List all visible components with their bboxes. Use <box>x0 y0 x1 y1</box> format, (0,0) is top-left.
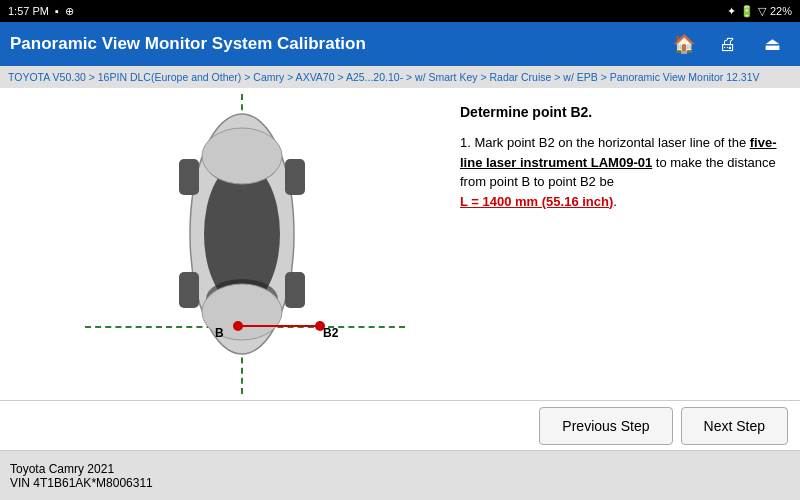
status-bar: 1:57 PM ▪ ⊕ ✦ 🔋 ▽ 22% <box>0 0 800 22</box>
battery-icon: 🔋 <box>740 5 754 18</box>
measurement-label: L = 1400 mm (55.16 inch) <box>460 194 613 209</box>
time: 1:57 PM <box>8 5 49 17</box>
bluetooth-icon: ✦ <box>727 5 736 18</box>
svg-point-5 <box>202 284 282 340</box>
svg-rect-9 <box>285 272 305 308</box>
signal-icon: ▽ <box>758 5 766 18</box>
car-diagram-area: A <box>0 88 450 400</box>
header-icons: 🏠 🖨 ⏏ <box>666 26 790 62</box>
header: Panoramic View Monitor System Calibratio… <box>0 22 800 66</box>
point-b2-label: B2 <box>323 326 338 340</box>
instruction-suffix: . <box>613 194 617 209</box>
exit-button[interactable]: ⏏ <box>754 26 790 62</box>
instructions-panel: Determine point B2. 1. Mark point B2 on … <box>450 88 800 400</box>
instruction-prefix: 1. Mark point B2 on the horizontal laser… <box>460 135 750 150</box>
vehicle-vin: VIN 4T1B61AK*M8006311 <box>10 476 790 490</box>
page-title: Panoramic View Monitor System Calibratio… <box>10 34 366 54</box>
status-left: 1:57 PM ▪ ⊕ <box>8 5 74 18</box>
point-b-label: B <box>215 326 224 340</box>
screen-icon: ▪ <box>55 5 59 17</box>
svg-rect-6 <box>179 159 199 195</box>
previous-step-button[interactable]: Previous Step <box>539 407 672 445</box>
vehicle-name: Toyota Camry 2021 <box>10 462 790 476</box>
breadcrumb-text: TOYOTA V50.30 > 16PIN DLC(Europe and Oth… <box>8 71 760 83</box>
instruction-title: Determine point B2. <box>460 102 786 123</box>
next-step-button[interactable]: Next Step <box>681 407 788 445</box>
svg-rect-8 <box>179 272 199 308</box>
b-to-b2-line <box>238 325 320 327</box>
footer: Toyota Camry 2021 VIN 4T1B61AK*M8006311 <box>0 450 800 500</box>
status-right: ✦ 🔋 ▽ 22% <box>727 5 792 18</box>
svg-rect-7 <box>285 159 305 195</box>
svg-point-4 <box>202 128 282 184</box>
car-diagram: A <box>145 94 345 394</box>
battery-percent: 22% <box>770 5 792 17</box>
breadcrumb: TOYOTA V50.30 > 16PIN DLC(Europe and Oth… <box>0 66 800 88</box>
apps-icon: ⊕ <box>65 5 74 18</box>
main-content: A <box>0 88 800 400</box>
instruction-body: 1. Mark point B2 on the horizontal laser… <box>460 133 786 211</box>
navigation-buttons: Previous Step Next Step <box>0 400 800 450</box>
print-button[interactable]: 🖨 <box>710 26 746 62</box>
home-button[interactable]: 🏠 <box>666 26 702 62</box>
